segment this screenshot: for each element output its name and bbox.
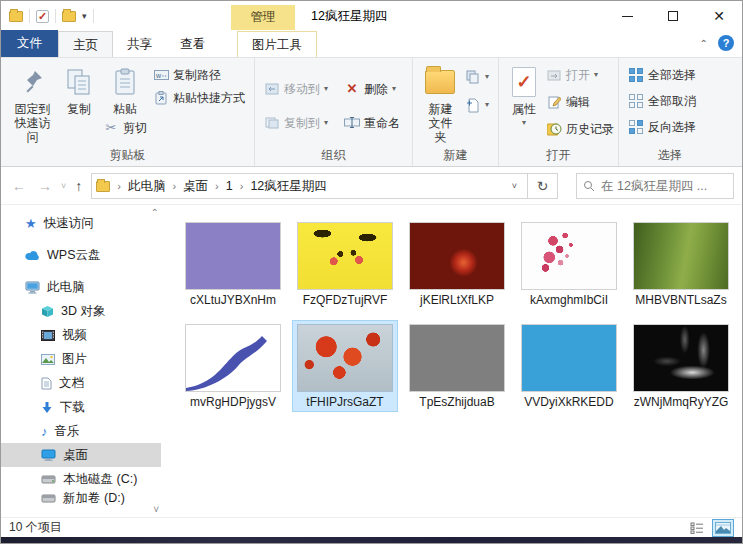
copy-to-button[interactable]: 复制到 ▾ <box>261 113 331 133</box>
help-icon[interactable]: ? <box>718 35 734 51</box>
breadcrumb-separator: › <box>114 180 124 192</box>
qat-dropdown-icon[interactable]: ▾ <box>82 11 87 21</box>
desktop-icon <box>41 449 56 461</box>
pin-to-quick-access-button[interactable]: 固定到快速访问 <box>7 63 58 146</box>
file-item[interactable]: VVDyiXkRKEDD <box>517 321 621 411</box>
address-dropdown-icon[interactable]: ˅ <box>506 181 523 191</box>
sidebar-item-videos[interactable]: 视频 <box>1 323 161 347</box>
cut-button[interactable]: ✂ 剪切 <box>100 118 150 138</box>
maximize-button[interactable] <box>650 1 696 31</box>
search-input[interactable]: 在 12疯狂星期四 ... <box>576 173 734 199</box>
sidebar-item-local-disk-c[interactable]: 本地磁盘 (C:) <box>1 467 161 491</box>
invert-selection-button[interactable]: 反向选择 <box>625 117 699 137</box>
collapse-ribbon-icon[interactable]: ⌃ <box>700 38 708 49</box>
sidebar-item-new-volume-d[interactable]: 新加卷 (D:) <box>1 491 161 505</box>
open-button[interactable]: 打开 ▾ <box>543 65 617 85</box>
new-folder-button[interactable]: 新建文件夹 <box>419 63 462 146</box>
back-icon[interactable]: ← <box>9 178 29 194</box>
copy-label: 复制 <box>67 102 91 116</box>
tab-view[interactable]: 查看 <box>166 31 219 57</box>
rename-button[interactable]: 重命名 <box>341 113 403 133</box>
refresh-button[interactable]: ↻ <box>528 173 558 199</box>
file-item[interactable]: mvRgHDPjygsV <box>181 321 285 411</box>
breadcrumb-separator: › <box>169 180 179 192</box>
properties-button[interactable]: ✓ 属性 ▾ <box>505 63 543 132</box>
search-placeholder: 在 12疯狂星期四 ... <box>601 178 707 195</box>
edit-button[interactable]: 编辑 <box>543 92 617 112</box>
select-all-button[interactable]: 全部选择 <box>625 65 699 85</box>
file-name: FzQFDzTujRVF <box>295 293 395 307</box>
svg-text:w: w <box>155 72 162 79</box>
group-new: 新建文件夹 ▾ ▾ <box>413 58 499 166</box>
chevron-down-icon: ▾ <box>485 69 489 85</box>
file-item[interactable]: kAxmghmIbCiI <box>517 219 621 309</box>
file-item-selected[interactable]: tFHIPJrsGaZT <box>293 321 397 411</box>
sidebar-item-this-pc[interactable]: 此电脑 <box>1 275 161 299</box>
copy-button[interactable]: 复制 <box>58 63 100 118</box>
history-button[interactable]: 历史记录 <box>543 119 617 139</box>
forward-icon[interactable]: → <box>35 178 55 194</box>
select-none-label: 全部取消 <box>648 93 696 109</box>
folder-icon <box>96 181 110 192</box>
select-all-icon <box>628 67 644 83</box>
paste-label: 粘贴 <box>113 102 137 116</box>
easy-access-button[interactable]: ▾ <box>462 67 492 87</box>
sidebar-item-downloads[interactable]: 下载 <box>1 395 161 419</box>
invert-selection-label: 反向选择 <box>648 119 696 135</box>
breadcrumb-current[interactable]: 12疯狂星期四 <box>250 178 326 195</box>
new-item-icon <box>465 97 481 113</box>
paste-button[interactable]: 粘贴 <box>104 63 146 118</box>
chevron-down-icon: ▾ <box>522 116 526 130</box>
select-group-label: 选择 <box>619 146 721 166</box>
large-icons-view-icon[interactable] <box>712 519 734 537</box>
breadcrumb-desktop[interactable]: 桌面 <box>183 178 208 195</box>
file-item[interactable]: jKElRLtXfLKP <box>405 219 509 309</box>
tab-home[interactable]: 主页 <box>58 31 113 57</box>
sidebar-item-3d-objects[interactable]: 3D 对象 <box>1 299 161 323</box>
group-select: 全部选择 全部取消 反向选择 选择 <box>619 58 721 166</box>
minimize-button[interactable] <box>604 1 650 31</box>
sidebar-item-wps-cloud[interactable]: WPS云盘 <box>1 243 161 267</box>
properties-check-icon[interactable]: ✓ <box>36 10 49 23</box>
recent-locations-icon[interactable]: ˅ <box>61 181 66 191</box>
refresh-icon: ↻ <box>537 178 549 194</box>
breadcrumb-separator: › <box>212 180 222 192</box>
tab-share[interactable]: 共享 <box>113 31 166 57</box>
pin-icon <box>16 65 50 99</box>
details-view-icon[interactable] <box>686 519 708 537</box>
sidebar-item-documents[interactable]: 文档 <box>1 371 161 395</box>
tab-manage[interactable]: 管理 <box>231 5 295 30</box>
delete-button[interactable]: ✕ 删除 ▾ <box>341 79 403 99</box>
file-item[interactable]: zWNjMmqRyYZG <box>629 321 733 411</box>
new-folder-icon[interactable] <box>62 11 76 22</box>
file-item[interactable]: MHBVBNTLsaZs <box>629 219 733 309</box>
sidebar-item-pictures[interactable]: 图片 <box>1 347 161 371</box>
select-none-button[interactable]: 全部取消 <box>625 91 699 111</box>
tab-picture-tools[interactable]: 图片工具 <box>237 31 317 57</box>
copy-path-button[interactable]: w 复制路径 <box>150 65 248 85</box>
sidebar-item-quick-access[interactable]: ★ 快速访问 <box>1 211 161 235</box>
scroll-down-icon[interactable]: ˅ <box>153 504 159 515</box>
move-to-button[interactable]: 移动到 ▾ <box>261 79 331 99</box>
breadcrumb-1[interactable]: 1 <box>226 179 233 193</box>
paste-icon <box>108 65 142 99</box>
up-icon[interactable]: ↑ <box>72 178 85 194</box>
folder-icon[interactable] <box>9 11 23 22</box>
breadcrumb[interactable]: › 此电脑 › 桌面 › 1 › 12疯狂星期四 ˅ <box>91 173 528 199</box>
sidebar-label: 图片 <box>62 351 87 368</box>
scroll-up-icon[interactable]: ⌃ <box>151 207 159 218</box>
tab-file[interactable]: 文件 <box>1 30 58 57</box>
file-item[interactable]: cXLtuJYBXnHm <box>181 219 285 309</box>
group-clipboard: 固定到快速访问 复制 粘贴 ✂ <box>1 58 255 166</box>
quick-access-star-icon: ★ <box>25 216 37 231</box>
breadcrumb-this-pc[interactable]: 此电脑 <box>128 178 166 195</box>
new-item-button[interactable]: ▾ <box>462 95 492 115</box>
paste-shortcut-button[interactable]: 粘贴快捷方式 <box>150 88 248 108</box>
file-item[interactable]: FzQFDzTujRVF <box>293 219 397 309</box>
sidebar-item-desktop[interactable]: 桌面 <box>1 443 161 467</box>
file-item[interactable]: TpEsZhijduaB <box>405 321 509 411</box>
sidebar-item-music[interactable]: ♪ 音乐 <box>1 419 161 443</box>
close-button[interactable]: ✕ <box>696 1 742 31</box>
copy-to-icon <box>264 115 280 131</box>
select-all-label: 全部选择 <box>648 67 696 83</box>
